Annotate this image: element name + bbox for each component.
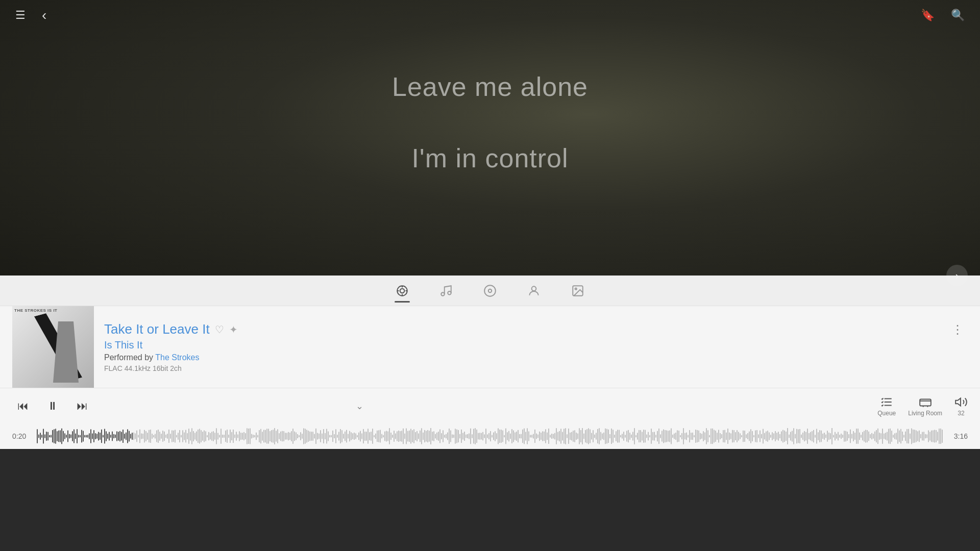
album-art: THE STROKES IS IT [12, 306, 94, 388]
progress-area: 0:20 3:16 [0, 423, 980, 449]
svg-rect-16 [920, 399, 931, 406]
living-room-label: Living Room [908, 410, 942, 417]
queue-control[interactable]: Queue [877, 395, 896, 417]
waveform-canvas [37, 427, 943, 445]
more-options-button[interactable]: ⋮ [947, 318, 968, 341]
volume-value: 32 [958, 410, 964, 417]
track-title[interactable]: Take It or Leave It [104, 321, 210, 337]
format-info: FLAC 44.1kHz 16bit 2ch [104, 364, 937, 372]
now-playing-panel: THE STROKES IS IT Take It or Leave It ♡ … [0, 306, 980, 388]
svg-marker-17 [955, 398, 961, 406]
track-title-row: Take It or Leave It ♡ ✦ [104, 321, 937, 337]
search-button[interactable]: 🔍 [948, 6, 968, 25]
next-button[interactable]: ⏭ [71, 396, 93, 416]
performed-by-label: Performed by [104, 353, 153, 362]
queue-label: Queue [877, 410, 896, 417]
volume-control[interactable]: 32 [954, 395, 968, 417]
tab-queue[interactable] [434, 280, 458, 302]
current-time: 0:20 [12, 432, 31, 440]
total-time: 3:16 [949, 432, 968, 440]
lyrics-area: Leave me alone I'm in control [0, 41, 980, 173]
artist-link[interactable]: The Strokes [155, 353, 199, 362]
tab-image[interactable] [566, 280, 590, 302]
svg-point-6 [441, 292, 445, 296]
album-art-label: THE STROKES IS IT [14, 308, 58, 313]
tab-artist[interactable] [522, 280, 546, 302]
svg-point-12 [575, 288, 577, 289]
collapse-button[interactable]: ⌄ [353, 397, 366, 415]
waveform-container[interactable] [37, 427, 943, 445]
performed-by: Performed by The Strokes [104, 353, 937, 362]
sparkle-icon[interactable]: ✦ [229, 323, 238, 336]
bookmark-button[interactable]: 🔖 [918, 6, 938, 25]
svg-point-10 [532, 286, 536, 291]
topbar-right: 🔖 🔍 [918, 6, 968, 25]
lyric-line-1: Leave me alone [392, 71, 588, 102]
pause-button[interactable]: ⏸ [42, 396, 63, 416]
track-info: Take It or Leave It ♡ ✦ Is This It Perfo… [104, 321, 937, 372]
svg-point-7 [448, 291, 451, 295]
album-art-image: THE STROKES IS IT [12, 306, 94, 388]
album-name[interactable]: Is This It [104, 339, 937, 351]
topbar-left: ☰ ‹ [12, 4, 50, 27]
tab-disc[interactable] [478, 280, 502, 302]
living-room-control[interactable]: Living Room [908, 395, 942, 417]
right-controls: Queue Living Room 32 [877, 395, 968, 417]
svg-point-8 [484, 285, 496, 296]
transport-controls: ⏮ ⏸ ⏭ ⌄ Queue Living Room [0, 388, 980, 423]
topbar: ☰ ‹ 🔖 🔍 [0, 0, 980, 31]
menu-button[interactable]: ☰ [12, 6, 29, 25]
tab-lyrics[interactable] [390, 280, 414, 302]
lyric-line-2: I'm in control [411, 143, 568, 173]
previous-button[interactable]: ⏮ [12, 396, 34, 416]
tab-bar [0, 276, 980, 306]
svg-point-0 [400, 288, 405, 293]
back-button[interactable]: ‹ [39, 4, 50, 27]
svg-point-9 [488, 289, 492, 292]
heart-icon[interactable]: ♡ [215, 323, 224, 336]
